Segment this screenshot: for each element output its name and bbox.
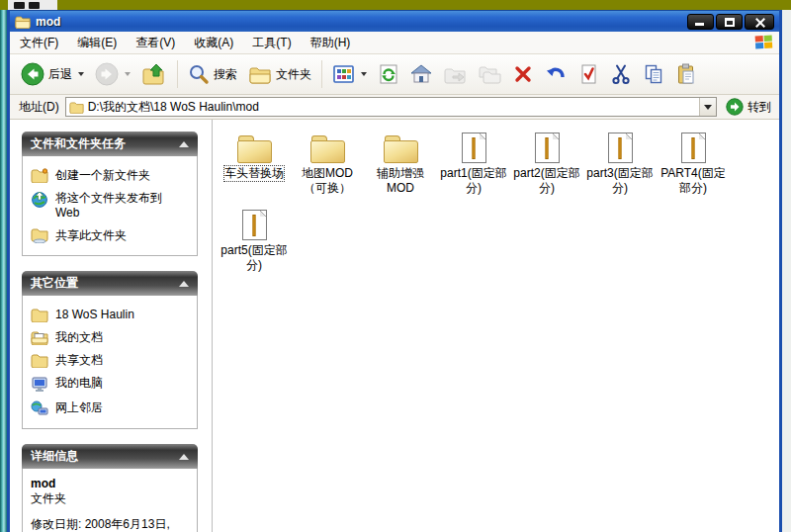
task-new-folder[interactable]: 创建一个新文件夹 — [31, 168, 189, 183]
background-window-fragment — [8, 0, 57, 10]
content-area: 文件和文件夹任务 创建一个新文件夹 — [10, 120, 779, 532]
forward-icon — [95, 62, 119, 86]
folders-label: 文件夹 — [276, 66, 311, 83]
folder-icon — [310, 135, 345, 163]
file-list: 车头替换场 地图MOD（可换） 辅助增强MOD part1(固定部分) part… — [212, 120, 779, 532]
address-path: D:\我的文档\18 WoS Haulin\mod — [88, 99, 695, 116]
file-label: part1(固定部分) — [437, 166, 510, 196]
panel-title: 详细信息 — [31, 448, 78, 465]
copy-icon — [643, 63, 664, 85]
file-item[interactable]: part5(固定部分) — [218, 204, 291, 273]
maximize-button[interactable] — [716, 14, 743, 30]
rar-archive-icon — [608, 133, 633, 163]
toolbar: 后退 搜索 — [10, 54, 779, 95]
address-dropdown-button[interactable] — [699, 98, 716, 116]
folder-icon — [31, 353, 48, 368]
place-parent-folder[interactable]: 18 WoS Haulin — [31, 308, 189, 322]
home-button[interactable] — [405, 57, 437, 91]
place-label: 共享文档 — [55, 353, 103, 368]
file-label: 地图MOD（可换） — [291, 166, 364, 196]
task-publish-web[interactable]: 将这个文件夹发布到 Web — [31, 191, 189, 221]
file-item[interactable]: PART4(固定部分) — [657, 127, 730, 196]
refresh-button[interactable] — [373, 57, 404, 91]
forward-button[interactable] — [90, 57, 135, 91]
details-type: 文件夹 — [31, 490, 189, 507]
file-item[interactable]: 地图MOD（可换） — [291, 127, 364, 196]
go-button[interactable]: 转到 — [723, 98, 774, 116]
place-network[interactable]: 网上邻居 — [31, 400, 189, 416]
menu-bar: 文件(F) 编辑(E) 查看(V) 收藏(A) 工具(T) 帮助(H) — [10, 32, 779, 54]
delete-button[interactable] — [507, 57, 539, 91]
title-bar[interactable]: mod — [10, 10, 779, 32]
window-title: mod — [36, 15, 60, 29]
panel-details-header[interactable]: 详细信息 — [22, 444, 198, 469]
details-name: mod — [31, 477, 189, 490]
menu-edit[interactable]: 编辑(E) — [77, 35, 117, 51]
file-label: 辅助增强MOD — [364, 166, 437, 196]
up-button[interactable] — [136, 57, 172, 91]
address-input[interactable]: D:\我的文档\18 WoS Haulin\mod — [65, 97, 717, 117]
search-button[interactable]: 搜索 — [183, 57, 242, 91]
menu-file[interactable]: 文件(F) — [20, 35, 58, 51]
panel-details: 详细信息 mod 文件夹 修改日期: 2008年6月13日, 2:30 — [22, 444, 198, 532]
place-label: 网上邻居 — [55, 400, 103, 415]
back-label: 后退 — [48, 66, 72, 83]
file-item[interactable]: part1(固定部分) — [437, 127, 510, 196]
place-label: 我的电脑 — [55, 376, 103, 391]
folders-icon — [248, 63, 272, 85]
back-icon — [21, 62, 44, 86]
properties-button[interactable] — [572, 57, 604, 91]
collapse-arrow-icon — [179, 454, 189, 460]
paste-button[interactable] — [670, 57, 702, 91]
refresh-icon — [378, 63, 399, 85]
file-label: part3(固定部分) — [583, 166, 657, 196]
menu-favorites[interactable]: 收藏(A) — [194, 35, 233, 51]
rar-archive-icon — [535, 133, 560, 163]
explorer-window: mod 文件(F) 编辑(E) 查看(V) 收藏(A) 工具(T) 帮助(H) … — [7, 10, 782, 532]
desktop-background — [0, 0, 791, 10]
my-computer-icon — [31, 376, 48, 393]
delete-icon — [512, 63, 534, 85]
undo-button[interactable] — [540, 57, 571, 91]
copy-to-button[interactable] — [473, 57, 506, 91]
panel-file-tasks-header[interactable]: 文件和文件夹任务 — [22, 132, 198, 156]
file-item[interactable]: part3(固定部分) — [583, 127, 657, 196]
forward-dropdown-icon — [125, 72, 131, 76]
paste-icon — [675, 63, 697, 85]
rar-archive-icon — [681, 133, 706, 163]
file-item[interactable]: 辅助增强MOD — [364, 127, 437, 196]
copy-to-icon — [478, 63, 501, 85]
place-label: 18 WoS Haulin — [55, 308, 134, 322]
file-item[interactable]: 车头替换场 — [218, 127, 291, 196]
folder-icon — [31, 308, 48, 322]
go-icon — [726, 98, 744, 116]
folders-button[interactable]: 文件夹 — [243, 57, 316, 91]
network-places-icon — [31, 400, 48, 416]
file-label: 车头替换场 — [224, 166, 284, 181]
close-button[interactable] — [745, 14, 774, 30]
task-label: 将这个文件夹发布到 Web — [55, 191, 176, 221]
place-my-computer[interactable]: 我的电脑 — [31, 376, 189, 393]
folder-icon — [15, 15, 31, 29]
file-label: part5(固定部分) — [218, 243, 291, 273]
minimize-button[interactable] — [687, 14, 714, 30]
panel-title: 其它位置 — [31, 275, 78, 292]
copy-button[interactable] — [638, 57, 669, 91]
back-button[interactable]: 后退 — [16, 57, 89, 91]
views-dropdown-icon — [361, 72, 367, 76]
cut-button[interactable] — [605, 57, 637, 91]
background-window-button — [29, 2, 40, 9]
search-icon — [188, 63, 210, 85]
panel-other-places-header[interactable]: 其它位置 — [22, 271, 198, 296]
menu-tools[interactable]: 工具(T) — [252, 35, 291, 51]
file-item[interactable]: part2(固定部分) — [510, 127, 583, 196]
place-my-documents[interactable]: 我的文档 — [31, 330, 189, 345]
move-to-button[interactable] — [438, 57, 472, 91]
place-shared-documents[interactable]: 共享文档 — [31, 353, 189, 368]
task-share-folder[interactable]: 共享此文件夹 — [31, 228, 189, 243]
place-label: 我的文档 — [55, 330, 103, 345]
menu-help[interactable]: 帮助(H) — [310, 35, 351, 51]
menu-view[interactable]: 查看(V) — [135, 35, 175, 51]
details-modified: 修改日期: 2008年6月13日, 2:30 — [31, 516, 189, 532]
views-button[interactable] — [327, 57, 372, 91]
